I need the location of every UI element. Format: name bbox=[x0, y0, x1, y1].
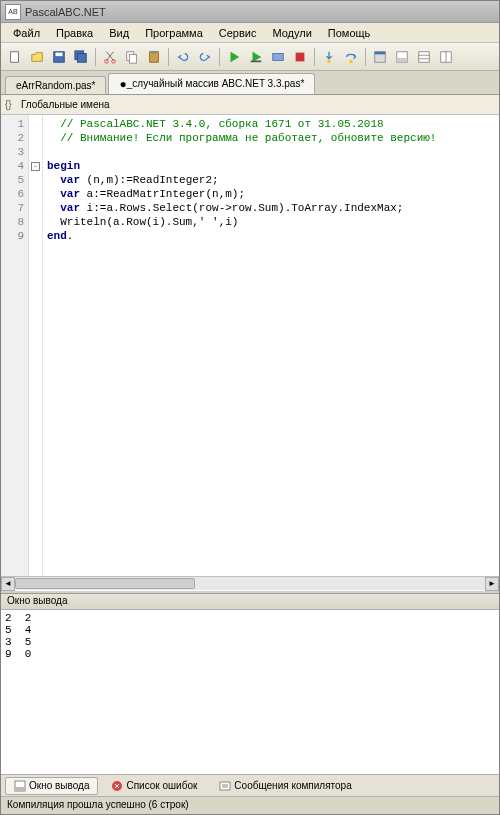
output-icon bbox=[14, 780, 26, 792]
save-all-button[interactable] bbox=[71, 47, 91, 67]
menu-modules[interactable]: Модули bbox=[264, 25, 319, 41]
tab-label: Окно вывода bbox=[29, 780, 89, 791]
fold-column[interactable]: - bbox=[29, 115, 43, 576]
run-no-debug-button[interactable] bbox=[246, 47, 266, 67]
compile-button[interactable] bbox=[268, 47, 288, 67]
copy-button[interactable] bbox=[122, 47, 142, 67]
svg-rect-8 bbox=[129, 54, 136, 63]
stop-button[interactable] bbox=[290, 47, 310, 67]
error-list-icon bbox=[111, 780, 123, 792]
scroll-right-button[interactable]: ► bbox=[485, 577, 499, 591]
dirty-indicator-icon: ● bbox=[119, 77, 126, 91]
menu-service[interactable]: Сервис bbox=[211, 25, 265, 41]
menu-view[interactable]: Вид bbox=[101, 25, 137, 41]
globals-label: Глобальные имена bbox=[21, 99, 110, 110]
menu-file[interactable]: Файл bbox=[5, 25, 48, 41]
code-area[interactable]: // PascalABC.NET 3.4.0, сборка 1671 от 3… bbox=[43, 115, 499, 576]
toolbar-separator bbox=[168, 48, 169, 66]
tab-label: _случайный массив ABC.NET 3.3.pas* bbox=[127, 78, 305, 89]
globals-dropdown[interactable]: {} Глобальные имена bbox=[1, 95, 499, 115]
app-icon: AB bbox=[5, 4, 21, 20]
step-into-button[interactable] bbox=[319, 47, 339, 67]
toolbar-separator bbox=[314, 48, 315, 66]
save-button[interactable] bbox=[49, 47, 69, 67]
redo-button[interactable] bbox=[195, 47, 215, 67]
tab-label: eArrRandom.pas* bbox=[16, 80, 95, 91]
new-file-button[interactable] bbox=[5, 47, 25, 67]
toolbar-separator bbox=[219, 48, 220, 66]
tab-label: Список ошибок bbox=[126, 780, 197, 791]
braces-icon: {} bbox=[5, 99, 17, 111]
form-designer-button[interactable] bbox=[370, 47, 390, 67]
bottom-tab-bar: Окно вывода Список ошибок Сообщения комп… bbox=[1, 774, 499, 796]
horizontal-scrollbar[interactable]: ◄ ► bbox=[1, 576, 499, 590]
step-over-button[interactable] bbox=[341, 47, 361, 67]
window-title: PascalABC.NET bbox=[25, 6, 106, 18]
file-tab[interactable]: eArrRandom.pas* bbox=[5, 76, 106, 94]
svg-rect-26 bbox=[15, 787, 25, 791]
status-bar: Компиляция прошла успешно (6 строк) bbox=[1, 796, 499, 814]
title-bar: AB PascalABC.NET bbox=[1, 1, 499, 23]
svg-rect-20 bbox=[419, 51, 430, 62]
tab-compiler[interactable]: Сообщения компилятора bbox=[210, 777, 360, 795]
cut-button[interactable] bbox=[100, 47, 120, 67]
tab-errors[interactable]: Список ошибок bbox=[102, 777, 206, 795]
svg-rect-19 bbox=[397, 57, 408, 61]
svg-rect-2 bbox=[56, 52, 63, 56]
output-text[interactable]: 2 2 5 4 3 5 9 0 bbox=[1, 610, 499, 774]
svg-rect-0 bbox=[11, 51, 19, 62]
open-file-button[interactable] bbox=[27, 47, 47, 67]
output-panel-button[interactable] bbox=[392, 47, 412, 67]
run-button[interactable] bbox=[224, 47, 244, 67]
toolbar bbox=[1, 43, 499, 71]
scrollbar-thumb[interactable] bbox=[15, 578, 195, 589]
menu-edit[interactable]: Правка bbox=[48, 25, 101, 41]
properties-button[interactable] bbox=[414, 47, 434, 67]
help-button[interactable] bbox=[436, 47, 456, 67]
output-panel: Окно вывода 2 2 5 4 3 5 9 0 bbox=[1, 594, 499, 774]
status-text: Компиляция прошла успешно (6 строк) bbox=[7, 799, 189, 810]
tab-output[interactable]: Окно вывода bbox=[5, 777, 98, 795]
svg-rect-11 bbox=[251, 60, 262, 62]
menu-bar: Файл Правка Вид Программа Сервис Модули … bbox=[1, 23, 499, 43]
svg-point-14 bbox=[327, 59, 331, 63]
svg-rect-28 bbox=[220, 782, 230, 790]
menu-help[interactable]: Помощь bbox=[320, 25, 379, 41]
menu-program[interactable]: Программа bbox=[137, 25, 211, 41]
svg-rect-10 bbox=[151, 50, 156, 53]
scroll-left-button[interactable]: ◄ bbox=[1, 577, 15, 591]
svg-rect-4 bbox=[78, 53, 87, 62]
code-editor[interactable]: 123456789 - // PascalABC.NET 3.4.0, сбор… bbox=[1, 115, 499, 576]
toolbar-separator bbox=[95, 48, 96, 66]
output-panel-title: Окно вывода bbox=[1, 594, 499, 610]
svg-point-15 bbox=[349, 59, 353, 63]
svg-rect-13 bbox=[296, 52, 305, 61]
toolbar-separator bbox=[365, 48, 366, 66]
svg-rect-12 bbox=[273, 53, 284, 60]
line-number-gutter: 123456789 bbox=[1, 115, 29, 576]
compiler-messages-icon bbox=[219, 780, 231, 792]
file-tab-bar: eArrRandom.pas* ●_случайный массив ABC.N… bbox=[1, 71, 499, 95]
file-tab[interactable]: ●_случайный массив ABC.NET 3.3.pas* bbox=[108, 73, 315, 94]
paste-button[interactable] bbox=[144, 47, 164, 67]
svg-rect-17 bbox=[375, 51, 386, 54]
undo-button[interactable] bbox=[173, 47, 193, 67]
tab-label: Сообщения компилятора bbox=[234, 780, 351, 791]
